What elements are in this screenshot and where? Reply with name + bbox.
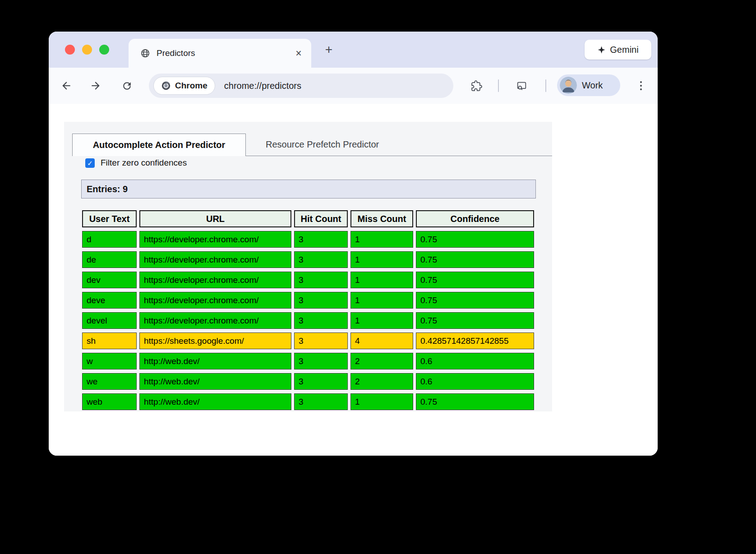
table-cell: deve — [82, 292, 137, 309]
reload-button[interactable] — [119, 78, 134, 93]
table-row: dehttps://developer.chrome.com/310.75 — [82, 251, 534, 268]
table-row: webhttp://web.dev/310.75 — [82, 393, 534, 410]
tab-close-button[interactable]: × — [292, 47, 305, 60]
table-cell: 4 — [350, 332, 413, 349]
table-cell: https://developer.chrome.com/ — [139, 272, 291, 288]
new-tab-button[interactable]: + — [322, 42, 336, 57]
table-row: shhttps://sheets.google.com/340.42857142… — [82, 332, 534, 349]
table-cell: d — [82, 231, 137, 248]
tab-autocomplete-action-predictor[interactable]: Autocomplete Action Predictor — [72, 134, 246, 156]
table-row: devhttps://developer.chrome.com/310.75 — [82, 272, 534, 288]
table-cell: 0.42857142857142855 — [416, 332, 534, 349]
table-cell: 0.75 — [416, 312, 534, 329]
globe-favicon-icon — [140, 48, 150, 58]
browser-window: Predictors × + Gemini — [49, 32, 658, 456]
table-cell: w — [82, 353, 137, 369]
gemini-sparkle-icon — [597, 46, 606, 54]
table-cell: 3 — [294, 353, 348, 369]
menu-dot — [640, 88, 642, 91]
window-search-icon — [516, 80, 527, 92]
table-cell: 0.6 — [416, 373, 534, 390]
table-cell: https://developer.chrome.com/ — [139, 312, 291, 329]
table-cell: dev — [82, 272, 137, 288]
table-cell: http://web.dev/ — [139, 393, 291, 410]
table-cell: 0.75 — [416, 231, 534, 248]
browser-tab-predictors[interactable]: Predictors × — [129, 39, 311, 68]
minimize-window-button[interactable] — [82, 45, 92, 55]
table-cell: https://developer.chrome.com/ — [139, 251, 291, 268]
table-cell: web — [82, 393, 137, 410]
table-cell: sh — [82, 332, 137, 349]
filter-row: ✓ Filter zero confidences — [85, 158, 187, 168]
header-confidence: Confidence — [416, 210, 534, 227]
table-row: devehttps://developer.chrome.com/310.75 — [82, 292, 534, 309]
table-row: whttp://web.dev/320.6 — [82, 353, 534, 369]
table-cell: 0.6 — [416, 353, 534, 369]
table-cell: 1 — [350, 312, 413, 329]
browser-viewport: Autocomplete Action Predictor Resource P… — [49, 104, 658, 456]
table-cell: 1 — [350, 292, 413, 309]
table-cell: 3 — [294, 393, 348, 410]
search-panel-button[interactable] — [514, 78, 529, 93]
table-cell: 0.75 — [416, 292, 534, 309]
avatar — [560, 77, 577, 94]
header-user-text: User Text — [82, 210, 137, 227]
table-cell: we — [82, 373, 137, 390]
predictor-table-body: dhttps://developer.chrome.com/310.75deht… — [82, 231, 534, 410]
predictor-tabs: Autocomplete Action Predictor Resource P… — [72, 134, 552, 156]
table-row: dhttps://developer.chrome.com/310.75 — [82, 231, 534, 248]
chrome-badge-label: Chrome — [175, 81, 207, 91]
filter-checkbox[interactable]: ✓ — [85, 158, 95, 168]
table-cell: 0.75 — [416, 393, 534, 410]
table-cell: 3 — [294, 292, 348, 309]
menu-dot — [640, 81, 642, 83]
table-cell: 3 — [294, 251, 348, 268]
table-cell: 2 — [350, 353, 413, 369]
tab-title: Predictors — [157, 48, 195, 58]
predictor-table: User Text URL Hit Count Miss Count Confi… — [79, 207, 537, 414]
table-cell: 1 — [350, 231, 413, 248]
toolbar-divider — [545, 79, 546, 92]
close-window-button[interactable] — [65, 45, 75, 55]
table-row: wehttp://web.dev/320.6 — [82, 373, 534, 390]
table-cell: 1 — [350, 393, 413, 410]
profile-label: Work — [582, 80, 603, 91]
table-cell: 3 — [294, 332, 348, 349]
forward-button[interactable] — [88, 78, 103, 93]
tab-strip: Predictors × + Gemini — [49, 32, 658, 68]
address-bar[interactable]: Chrome chrome://predictors — [149, 74, 453, 98]
table-row: develhttps://developer.chrome.com/310.75 — [82, 312, 534, 329]
predictors-page: Autocomplete Action Predictor Resource P… — [64, 122, 552, 411]
toolbar-divider — [498, 79, 499, 92]
table-cell: 1 — [350, 272, 413, 288]
chrome-badge[interactable]: Chrome — [153, 77, 215, 95]
table-cell: http://web.dev/ — [139, 353, 291, 369]
gemini-button[interactable]: Gemini — [585, 40, 651, 60]
predictor-table-head: User Text URL Hit Count Miss Count Confi… — [82, 210, 534, 227]
profile-chip[interactable]: Work — [557, 74, 620, 96]
menu-dot — [640, 85, 642, 87]
table-cell: https://sheets.google.com/ — [139, 332, 291, 349]
browser-toolbar: Chrome chrome://predictors ☆ — [49, 68, 658, 104]
back-button[interactable] — [59, 78, 74, 93]
tab-resource-prefetch-predictor[interactable]: Resource Prefetch Predictor — [246, 134, 399, 156]
menu-button[interactable] — [634, 79, 648, 92]
url-text: chrome://predictors — [224, 81, 301, 91]
filter-checkbox-label: Filter zero confidences — [101, 158, 187, 168]
table-cell: 3 — [294, 231, 348, 248]
extensions-button[interactable] — [469, 78, 484, 93]
table-cell: https://developer.chrome.com/ — [139, 292, 291, 309]
table-cell: 3 — [294, 312, 348, 329]
header-miss-count: Miss Count — [350, 210, 413, 227]
table-cell: de — [82, 251, 137, 268]
puzzle-icon — [471, 80, 482, 92]
header-hit-count: Hit Count — [294, 210, 348, 227]
gemini-label: Gemini — [610, 45, 638, 55]
header-row: User Text URL Hit Count Miss Count Confi… — [82, 210, 534, 227]
entries-count-bar: Entries: 9 — [81, 180, 536, 199]
maximize-window-button[interactable] — [99, 45, 109, 55]
table-cell: 2 — [350, 373, 413, 390]
table-cell: 3 — [294, 373, 348, 390]
table-cell: 1 — [350, 251, 413, 268]
header-url: URL — [139, 210, 291, 227]
